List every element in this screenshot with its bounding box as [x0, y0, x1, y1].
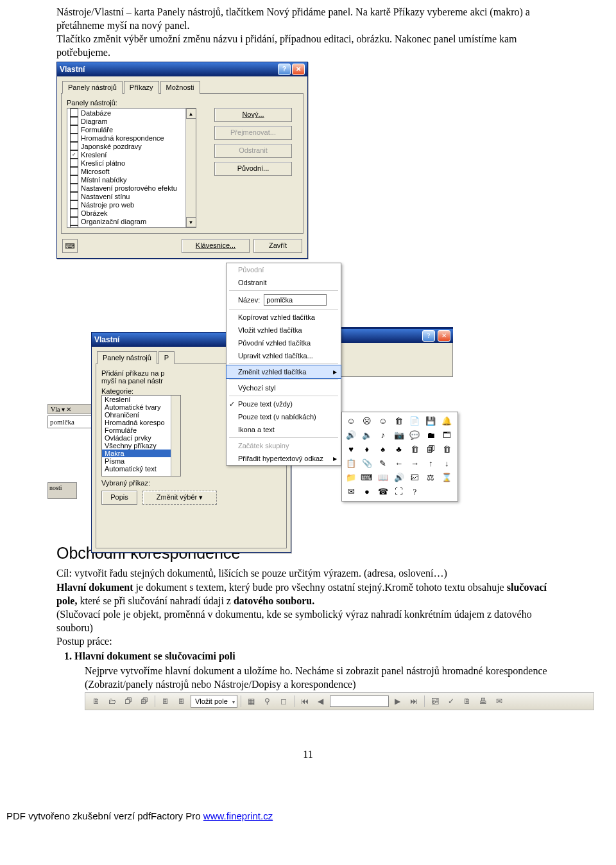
palette-icon[interactable]: ? [408, 485, 421, 498]
tab2-commands[interactable]: P [158, 351, 175, 364]
category-list-item[interactable]: Automatický text [102, 465, 180, 473]
insert-field-dropdown[interactable]: Vložit pole [191, 695, 237, 708]
checkbox-icon[interactable] [70, 175, 78, 184]
palette-icon[interactable]: ● [361, 485, 373, 498]
palette-icon[interactable]: 📋 [345, 457, 357, 470]
palette-icon[interactable]: ⛶ [393, 485, 406, 498]
palette-icon[interactable]: 💾 [424, 415, 437, 428]
palette-icon[interactable]: 🔊 [345, 429, 357, 442]
toolbar-list-item[interactable]: Nástroje pro web [67, 200, 196, 209]
palette-icon[interactable]: ☎ [377, 485, 389, 498]
categories-listbox[interactable]: KresleníAutomatické tvaryOhraničeníHroma… [101, 395, 181, 476]
category-list-item[interactable]: Ovládací prvky [102, 434, 180, 442]
category-list-item[interactable]: Všechny příkazy [102, 442, 180, 450]
scroll-up-icon[interactable]: ▲ [186, 109, 196, 119]
mm-recipients-icon[interactable]: 🗇 [121, 695, 135, 708]
context-menu-item[interactable]: Vložit vzhled tlačítka [227, 324, 341, 336]
palette-icon[interactable]: 🗠 [408, 471, 421, 484]
context-menu-item[interactable]: Pouze text (v nabídkách) [227, 410, 341, 423]
category-list-item[interactable]: Písma [102, 457, 180, 465]
palette-icon[interactable]: 📄 [408, 415, 421, 428]
close-button[interactable]: Zavřít [253, 239, 302, 253]
mm-open-icon[interactable]: 🗁 [105, 695, 119, 708]
mm-greeting-icon[interactable]: 🗏 [175, 695, 189, 708]
checkbox-icon[interactable] [70, 109, 78, 117]
category-list-item[interactable]: Ohraničení [102, 411, 180, 419]
toolbar-list-item[interactable]: Nastavení stínu [67, 192, 196, 200]
context-menu-item[interactable]: Výchozí styl [227, 381, 341, 394]
reset-button[interactable]: Původní... [214, 162, 292, 176]
toolbar-list-item[interactable]: ✓Kreslení [67, 150, 196, 159]
checkbox-icon[interactable] [70, 125, 78, 134]
category-list-item[interactable]: Kreslení [102, 396, 180, 403]
toolbar-list-item[interactable]: Obrázek [67, 209, 196, 217]
palette-icon[interactable]: 🗑 [393, 415, 406, 428]
floating-toolbar-header[interactable]: Vla ▾ ✕ [47, 404, 92, 414]
palette-icon[interactable]: 💬 [408, 429, 421, 442]
mm-check-icon[interactable]: ✓ [444, 695, 458, 708]
palette-icon[interactable]: ♣ [393, 443, 406, 456]
palette-icon[interactable]: ♪ [377, 429, 389, 442]
palette-icon[interactable]: ✉ [345, 485, 357, 498]
palette-icon[interactable]: ☹ [361, 415, 373, 428]
mm-merge-doc-icon[interactable]: 🗎 [460, 695, 474, 708]
toolbar-list-item[interactable]: Organizační diagram [67, 217, 196, 225]
palette-icon[interactable]: 📖 [377, 471, 389, 484]
context-menu-item[interactable]: Kopírovat vzhled tlačítka [227, 311, 341, 324]
category-list-item[interactable]: Formuláře [102, 426, 180, 434]
toolbar-list-item[interactable]: Místní nabídky [67, 175, 196, 184]
category-list-item[interactable]: Automatické tvary [102, 403, 180, 411]
scrollbar[interactable]: ▲ ▼ [185, 109, 196, 227]
toolbar-list-item[interactable]: Diagram [67, 117, 196, 125]
palette-icon[interactable]: ♠ [377, 443, 389, 456]
mm-last-icon[interactable]: ⏭ [407, 695, 421, 708]
palette-icon[interactable]: ☺ [377, 415, 389, 428]
category-list-item[interactable]: Makra [102, 450, 180, 457]
tab-options[interactable]: Možnosti [160, 81, 200, 94]
modify-selection-button[interactable]: Změnit výběr ▾ [142, 491, 217, 505]
palette-icon[interactable]: 🖿 [424, 429, 437, 442]
mm-first-icon[interactable]: ⏮ [298, 695, 312, 708]
palette-icon[interactable]: 🔊 [393, 471, 406, 484]
checkbox-icon[interactable] [70, 142, 78, 150]
checkbox-icon[interactable] [70, 134, 78, 142]
context-menu-item[interactable]: Upravit vzhled tlačítka... [227, 349, 341, 362]
mm-find-icon[interactable]: 🗟 [428, 695, 442, 708]
palette-icon[interactable]: ↑ [424, 457, 437, 470]
palette-icon[interactable]: 🗑 [440, 443, 453, 456]
help-icon[interactable]: ? [278, 64, 291, 75]
checkbox-icon[interactable] [70, 184, 78, 192]
checkbox-icon[interactable] [70, 200, 78, 209]
palette-icon[interactable]: 🔔 [440, 415, 453, 428]
palette-icon[interactable]: ⌨ [361, 471, 373, 484]
context-menu-item[interactable]: Přiřadit hypertextový odkaz▶ [227, 452, 341, 465]
checkbox-icon[interactable]: ✓ [70, 150, 78, 159]
context-menu-item[interactable]: Změnit vzhled tlačítka▶ [226, 365, 341, 379]
toolbar-list-item[interactable]: Microsoft [67, 167, 196, 175]
scroll-down-icon[interactable]: ▼ [186, 217, 196, 227]
palette-icon[interactable]: ☺ [345, 415, 357, 428]
checkbox-icon[interactable] [70, 217, 78, 225]
mm-address-icon[interactable]: 🗏 [158, 695, 173, 708]
context-menu[interactable]: PůvodníOdstranitNázev:Kopírovat vzhled t… [226, 263, 341, 466]
dialog-titlebar[interactable]: Vlastní ? ✕ [57, 62, 307, 76]
checkbox-icon[interactable] [70, 225, 78, 228]
mm-merge-mail-icon[interactable]: ✉ [492, 695, 506, 708]
checkbox-icon[interactable] [70, 192, 78, 200]
context-menu-item[interactable]: Ikona a text [227, 423, 341, 436]
keyboard-button[interactable]: Klávesnice... [182, 239, 250, 253]
mm-record-input[interactable] [330, 695, 389, 707]
mm-next-icon[interactable]: ▶ [391, 695, 405, 708]
mm-merge-print-icon[interactable]: 🖶 [476, 695, 490, 708]
context-menu-item[interactable]: Odstranit [227, 276, 341, 289]
checkbox-icon[interactable] [70, 167, 78, 175]
palette-icon[interactable]: ⚖ [424, 471, 437, 484]
palette-icon[interactable]: ♥ [345, 443, 357, 456]
palette-icon[interactable]: ✎ [377, 457, 389, 470]
palette-icon[interactable]: 📎 [361, 457, 373, 470]
new-button[interactable]: Nový... [214, 108, 292, 122]
palette-icon[interactable]: ↓ [440, 457, 453, 470]
palette-icon[interactable]: → [408, 457, 421, 470]
palette-icon[interactable]: 🗐 [424, 443, 437, 456]
context-menu-item[interactable]: ✓Pouze text (vždy) [227, 398, 341, 410]
